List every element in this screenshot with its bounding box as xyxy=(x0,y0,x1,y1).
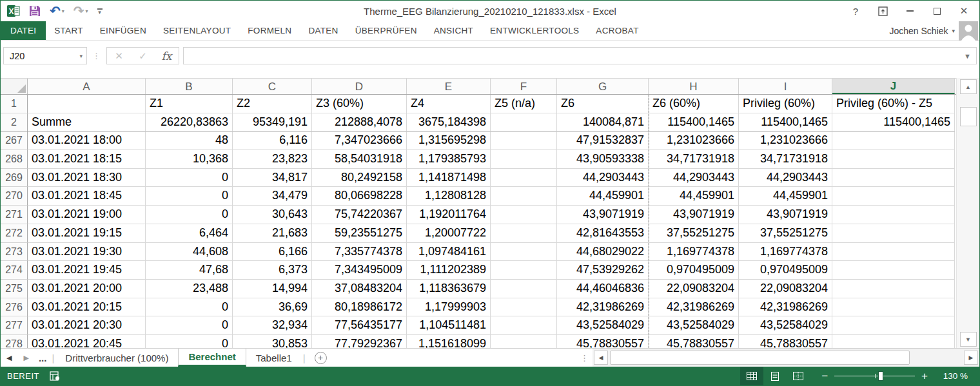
cell-E-274[interactable]: 1,111202389 xyxy=(407,261,491,280)
cell-D-274[interactable]: 7,343495009 xyxy=(312,261,407,280)
cell-J-267[interactable] xyxy=(832,131,955,150)
cell-A-274[interactable]: 03.01.2021 19:45 xyxy=(28,261,146,280)
cell-I-275[interactable]: 22,09083204 xyxy=(739,280,832,298)
cell-G-1[interactable]: Z6 xyxy=(557,95,649,113)
zoom-slider[interactable] xyxy=(834,367,915,385)
minimize-button[interactable] xyxy=(905,6,915,16)
cell-B-267[interactable]: 48 xyxy=(146,131,233,150)
scroll-down-icon[interactable]: ▼ xyxy=(960,332,977,347)
cancel-icon[interactable]: ✕ xyxy=(107,50,131,62)
select-all-button[interactable] xyxy=(1,79,28,94)
cell-B-270[interactable]: 0 xyxy=(146,187,233,206)
cell-I-270[interactable]: 44,459901 xyxy=(739,187,832,206)
cell-G-268[interactable]: 43,90593338 xyxy=(557,150,649,169)
cell-E-276[interactable]: 1,17999903 xyxy=(407,298,491,317)
cell-C-268[interactable]: 23,823 xyxy=(233,150,312,169)
view-normal-button[interactable] xyxy=(740,367,763,385)
cell-H-276[interactable]: 42,31986269 xyxy=(649,298,739,317)
view-page-break-button[interactable] xyxy=(787,367,810,385)
cell-A-1[interactable] xyxy=(28,95,146,113)
cell-E-268[interactable]: 1,179385793 xyxy=(407,150,491,169)
sheet-overflow-indicator[interactable]: ... xyxy=(35,349,51,367)
ribbon-tab-start[interactable]: START xyxy=(46,21,92,40)
cell-E-270[interactable]: 1,12808128 xyxy=(407,187,491,206)
sheet-nav-next-icon[interactable]: ▶ xyxy=(17,349,34,367)
column-header-B[interactable]: B xyxy=(146,79,233,94)
cell-F-273[interactable] xyxy=(491,243,557,262)
ribbon-tab-einfügen[interactable]: EINFÜGEN xyxy=(92,21,155,40)
help-button[interactable]: ? xyxy=(850,6,861,16)
cell-H-271[interactable]: 43,9071919 xyxy=(649,206,739,224)
cell-C-276[interactable]: 36,69 xyxy=(233,298,312,317)
ribbon-tab-datei[interactable]: DATEI xyxy=(1,21,46,40)
cell-H-269[interactable]: 44,2903443 xyxy=(649,169,739,188)
cell-F-277[interactable] xyxy=(491,316,557,335)
cell-I-277[interactable]: 43,52584029 xyxy=(739,316,832,335)
cell-F-1[interactable]: Z5 (n/a) xyxy=(491,95,557,113)
scroll-left-icon[interactable]: ◀ xyxy=(594,351,608,365)
cell-C-274[interactable]: 6,373 xyxy=(233,261,312,280)
column-header-J[interactable]: J xyxy=(832,79,955,94)
name-box-dropdown-icon[interactable]: ▾ xyxy=(79,53,83,59)
ribbon-tab-entwicklertools[interactable]: ENTWICKLERTOOLS xyxy=(482,21,587,40)
column-header-C[interactable]: C xyxy=(233,79,312,94)
cell-J-278[interactable] xyxy=(832,335,955,348)
undo-dropdown-icon[interactable]: ▾ xyxy=(62,8,64,14)
cell-C-267[interactable]: 6,116 xyxy=(233,131,312,150)
cell-E-278[interactable]: 1,151618099 xyxy=(407,335,491,348)
column-header-I[interactable]: I xyxy=(739,79,832,94)
cell-I-273[interactable]: 1,169774378 xyxy=(739,243,832,262)
cell-I-269[interactable]: 44,2903443 xyxy=(739,169,832,188)
cell-G-274[interactable]: 47,53929262 xyxy=(557,261,649,280)
formula-input[interactable]: ▼ xyxy=(183,47,977,64)
cell-D-271[interactable]: 75,74220367 xyxy=(312,206,407,224)
cell-B-276[interactable]: 0 xyxy=(146,298,233,317)
horizontal-scroll-thumb[interactable] xyxy=(610,351,910,365)
ribbon-tab-seitenlayout[interactable]: SEITENLAYOUT xyxy=(155,21,239,40)
cell-A-276[interactable]: 03.01.2021 20:15 xyxy=(28,298,146,317)
cell-H-275[interactable]: 22,09083204 xyxy=(649,280,739,298)
cell-D-277[interactable]: 77,56435177 xyxy=(312,316,407,335)
cell-E-2[interactable]: 3675,184398 xyxy=(407,113,491,132)
row-header-275[interactable]: 275 xyxy=(1,280,28,298)
cell-J-274[interactable] xyxy=(832,261,955,280)
cell-B-277[interactable]: 0 xyxy=(146,316,233,335)
undo-button[interactable]: ↶▾ xyxy=(50,5,64,17)
user-dropdown-icon[interactable]: ▾ xyxy=(952,28,955,34)
redo-dropdown-icon[interactable]: ▾ xyxy=(86,8,88,14)
cell-D-272[interactable]: 59,23551275 xyxy=(312,224,407,243)
cell-J-1[interactable]: Privileg (60%) - Z5 xyxy=(832,95,955,113)
vertical-scroll-thumb[interactable] xyxy=(960,107,977,126)
row-header-269[interactable]: 269 xyxy=(1,169,28,188)
cell-C-269[interactable]: 34,817 xyxy=(233,169,312,188)
cell-E-269[interactable]: 1,141871498 xyxy=(407,169,491,188)
column-header-F[interactable]: F xyxy=(491,79,557,94)
ribbon-tab-acrobat[interactable]: ACROBAT xyxy=(587,21,647,40)
cell-E-272[interactable]: 1,20007722 xyxy=(407,224,491,243)
column-header-G[interactable]: G xyxy=(557,79,649,94)
cell-I-276[interactable]: 42,31986269 xyxy=(739,298,832,317)
scroll-right-icon[interactable]: ▶ xyxy=(964,351,978,365)
name-box[interactable]: J20 ▾ xyxy=(3,47,87,64)
cell-C-277[interactable]: 32,934 xyxy=(233,316,312,335)
column-header-D[interactable]: D xyxy=(312,79,407,94)
macro-record-icon[interactable] xyxy=(50,371,60,381)
cell-C-1[interactable]: Z2 xyxy=(233,95,312,113)
ribbon-tab-formeln[interactable]: FORMELN xyxy=(239,21,300,40)
scroll-up-icon[interactable]: ▲ xyxy=(960,79,977,94)
horizontal-scrollbar[interactable]: ◀ ▶ xyxy=(593,349,979,367)
row-header-274[interactable]: 274 xyxy=(1,261,28,280)
cell-E-271[interactable]: 1,192011764 xyxy=(407,206,491,224)
cell-A-267[interactable]: 03.01.2021 18:00 xyxy=(28,131,146,150)
cell-I-2[interactable]: 115400,1465 xyxy=(739,113,832,132)
cell-G-2[interactable]: 140084,871 xyxy=(557,113,649,132)
cell-D-2[interactable]: 212888,4078 xyxy=(312,113,407,132)
cell-A-275[interactable]: 03.01.2021 20:00 xyxy=(28,280,146,298)
cell-I-268[interactable]: 34,71731918 xyxy=(739,150,832,169)
cell-B-2[interactable]: 26220,83863 xyxy=(146,113,233,132)
redo-button[interactable]: ↷▾ xyxy=(74,5,88,17)
cell-G-269[interactable]: 44,2903443 xyxy=(557,169,649,188)
cell-J-272[interactable] xyxy=(832,224,955,243)
cell-D-270[interactable]: 80,06698228 xyxy=(312,187,407,206)
cell-H-277[interactable]: 43,52584029 xyxy=(649,316,739,335)
